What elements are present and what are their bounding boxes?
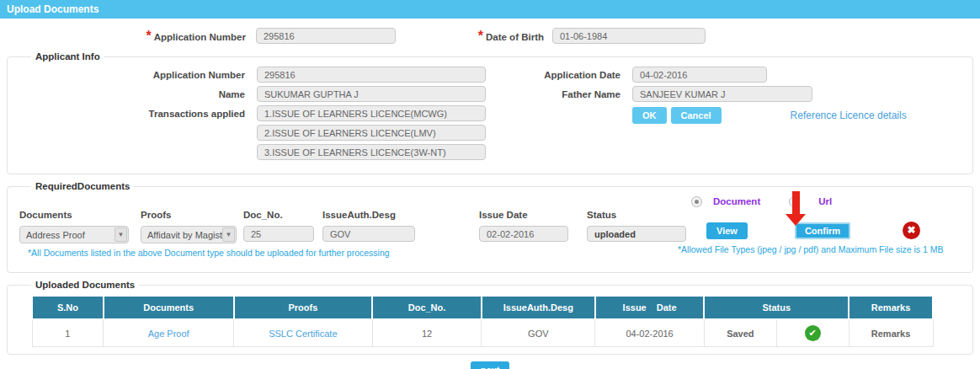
transactions-row: Transactions applied 1.ISSUE OF LEARNERS… — [16, 105, 521, 163]
application-date-label: Application Date — [521, 67, 620, 80]
doc-no-cell: 12 — [372, 319, 482, 347]
application-number-row: Application Number — [16, 67, 521, 83]
documents-select-value: Address Proof — [20, 230, 115, 240]
document-radio-label[interactable]: Document — [713, 196, 760, 206]
down-arrow-icon — [786, 191, 806, 226]
cancel-button[interactable]: Cancel — [671, 107, 722, 124]
name-input — [257, 86, 486, 102]
documents-select[interactable]: Address Proof ▼ — [19, 226, 129, 243]
applicant-application-number-input — [257, 67, 486, 83]
file-types-note: *Allowed File Types (jpeg / jpg / pdf) a… — [678, 244, 957, 254]
father-name-input — [632, 86, 812, 102]
required-asterisk: * — [146, 29, 152, 43]
issue-auth-header: IssueAuth.Desg — [482, 296, 595, 319]
doc-no-label: Doc_No. — [243, 210, 314, 220]
status-cell: Saved — [704, 319, 776, 347]
issue-date-header: Issue Date — [595, 296, 705, 319]
proofs-select[interactable]: Affidavit by Magist ▼ — [141, 226, 237, 243]
applicant-info-fieldset: Applicant Info Application Number Name T… — [7, 51, 973, 174]
documents-header: Documents — [104, 296, 234, 319]
sno-cell: 1 — [32, 319, 104, 347]
page-title: Upload Documents — [7, 3, 99, 15]
name-label: Name — [16, 86, 245, 99]
issue-auth-cell: GOV — [482, 319, 595, 347]
table-header-row: S.No Documents Proofs Doc_No. IssueAuth.… — [32, 296, 933, 319]
reference-licence-details-link[interactable]: Reference Licence details — [791, 110, 907, 121]
doc-no-input — [243, 226, 314, 242]
remarks-cell: Remarks — [849, 319, 933, 347]
required-documents-legend: RequiredDocuments — [31, 181, 134, 191]
issue-date-input — [479, 226, 568, 242]
transactions-applied-label: Transactions applied — [16, 105, 245, 119]
name-row: Name — [16, 86, 521, 102]
application-date-input — [632, 67, 767, 83]
uploaded-documents-legend: Uploaded Documents — [31, 280, 139, 290]
status-label: Status — [587, 210, 686, 220]
footer: next — [0, 361, 980, 369]
issue-date-label: Issue Date — [479, 210, 568, 220]
applicant-info-legend: Applicant Info — [31, 51, 104, 62]
date-of-birth-input — [552, 28, 706, 44]
issue-date-cell: 04-02-2016 — [595, 319, 705, 347]
father-name-row: Father Name — [521, 86, 964, 102]
remove-document-icon[interactable]: ✖ — [903, 222, 920, 239]
transaction-item: 3.ISSUE OF LEARNERS LICENCE(3W-NT) — [257, 144, 486, 160]
uploaded-documents-fieldset: Uploaded Documents S.No Documents Proofs… — [7, 280, 973, 355]
top-form-row: *Application Number *Date of Birth — [0, 28, 980, 44]
date-of-birth-label: Date of Birth — [486, 32, 544, 42]
status-header: Status — [704, 296, 849, 319]
sslc-certificate-link[interactable]: SSLC Certificate — [269, 329, 337, 339]
proofs-select-value: Affidavit by Magist — [141, 230, 222, 240]
doc-no-header: Doc_No. — [372, 296, 482, 319]
sno-header: S.No — [32, 296, 104, 319]
transaction-item: 1.ISSUE OF LEARNERS LICENCE(MCWG) — [257, 105, 486, 121]
required-documents-fieldset: RequiredDocuments Documents Address Proo… — [7, 181, 973, 273]
ok-button[interactable]: OK — [632, 107, 667, 124]
chevron-down-icon: ▼ — [222, 227, 235, 242]
applicant-application-number-label: Application Number — [16, 67, 245, 80]
issue-auth-desg-input — [322, 226, 415, 242]
issue-auth-desg-label: IssueAuth.Desg — [322, 210, 415, 220]
proofs-label: Proofs — [141, 210, 237, 220]
next-button[interactable]: next — [471, 361, 510, 369]
application-date-row: Application Date — [521, 67, 964, 83]
proofs-header: Proofs — [234, 296, 373, 319]
document-radio[interactable] — [691, 196, 702, 207]
applicant-actions-row: OK Cancel Reference Licence details — [521, 107, 964, 124]
success-check-icon: ✔ — [805, 325, 821, 341]
url-radio-label[interactable]: Url — [818, 196, 832, 206]
title-bar: Upload Documents — [0, 0, 980, 19]
father-name-label: Father Name — [521, 86, 620, 99]
view-button[interactable]: View — [706, 222, 748, 239]
table-row: 1 Age Proof SSLC Certificate 12 GOV 04-0… — [32, 319, 933, 347]
age-proof-link[interactable]: Age Proof — [148, 329, 189, 339]
application-number-input — [256, 28, 396, 44]
upload-controls: Document Url View Confirm ✖ *Allowed Fil… — [678, 195, 957, 254]
remarks-header: Remarks — [849, 296, 933, 319]
uploaded-documents-table: S.No Documents Proofs Doc_No. IssueAuth.… — [31, 295, 934, 347]
required-asterisk: * — [478, 29, 483, 43]
transaction-item: 2.ISSUE OF LEARNERS LICENCE(LMV) — [257, 125, 486, 141]
application-number-label: Application Number — [154, 32, 246, 42]
chevron-down-icon: ▼ — [115, 227, 127, 242]
documents-label: Documents — [19, 210, 129, 220]
status-value: uploaded — [587, 226, 686, 242]
